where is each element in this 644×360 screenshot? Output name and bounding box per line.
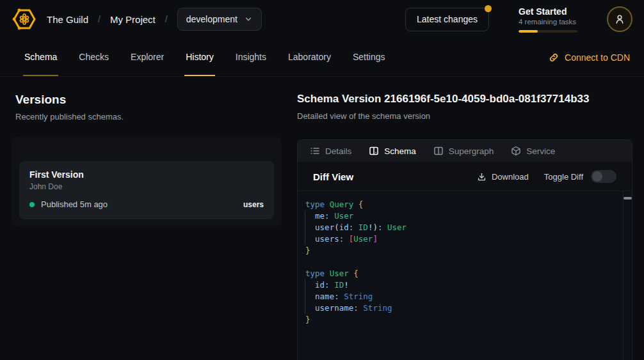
sdl-code-viewer[interactable]: type Query { me: User user(id: ID!): Use… bbox=[298, 191, 632, 360]
tab-details[interactable]: Details bbox=[310, 146, 351, 156]
columns-icon bbox=[433, 146, 444, 156]
connect-to-cdn-label: Connect to CDN bbox=[565, 52, 630, 63]
diff-view-title: Diff View bbox=[313, 171, 353, 182]
download-icon bbox=[477, 172, 487, 182]
code-line: user(id: ID!): User bbox=[305, 222, 615, 233]
nav-tab-settings[interactable]: Settings bbox=[351, 38, 387, 76]
diff-view-header: Diff View Download Toggle Diff bbox=[298, 162, 632, 191]
toggle-diff-knob bbox=[592, 171, 602, 182]
service-badge: users bbox=[243, 200, 264, 209]
nav-tab-history[interactable]: History bbox=[184, 38, 215, 76]
code-line: type Query { bbox=[305, 199, 615, 210]
get-started-progressbar bbox=[519, 30, 577, 33]
version-author: John Doe bbox=[29, 182, 264, 191]
tab-service-label: Service bbox=[526, 146, 555, 156]
person-icon bbox=[614, 13, 625, 25]
target-nav: Schema Checks Explorer History Insights … bbox=[0, 38, 644, 77]
environment-dropdown[interactable]: development bbox=[177, 8, 262, 31]
breadcrumb-separator: / bbox=[98, 14, 101, 24]
breadcrumb-org[interactable]: The Guild bbox=[47, 14, 88, 25]
get-started-title: Get Started bbox=[519, 6, 577, 17]
version-status: Published 5m ago bbox=[41, 200, 108, 209]
get-started-progress-fill bbox=[519, 30, 538, 33]
top-header: The Guild / My Project / development Lat… bbox=[0, 0, 644, 38]
nav-tab-checks[interactable]: Checks bbox=[77, 38, 110, 76]
connect-to-cdn-button[interactable]: Connect to CDN bbox=[549, 38, 630, 76]
latest-changes-label: Latest changes bbox=[417, 14, 478, 24]
version-name: First Version bbox=[29, 169, 264, 180]
published-status-dot bbox=[29, 202, 35, 207]
breadcrumb-separator: / bbox=[165, 14, 168, 24]
version-list-item[interactable]: First Version John Doe Published 5m ago … bbox=[19, 161, 274, 219]
toggle-diff-label: Toggle Diff bbox=[544, 172, 583, 182]
code-line: username: String bbox=[305, 302, 615, 314]
diff-view-actions: Download Toggle Diff bbox=[477, 170, 616, 183]
tab-schema-label: Schema bbox=[384, 146, 416, 156]
tab-supergraph[interactable]: Supergraph bbox=[433, 146, 494, 156]
code-scrollbar-thumb[interactable] bbox=[624, 197, 632, 200]
schema-version-subtitle: Detailed view of the schema version bbox=[297, 111, 632, 121]
get-started-subtitle: 4 remaining tasks bbox=[519, 18, 577, 26]
breadcrumb-project[interactable]: My Project bbox=[110, 14, 156, 25]
versions-header: Versions Recently published schemas. bbox=[15, 93, 282, 121]
nav-tab-schema[interactable]: Schema bbox=[23, 38, 58, 76]
cube-icon bbox=[511, 146, 521, 156]
versions-title: Versions bbox=[15, 93, 282, 107]
code-scrollbar-track bbox=[623, 191, 624, 360]
versions-subtitle: Recently published schemas. bbox=[15, 112, 282, 121]
nav-tab-laboratory[interactable]: Laboratory bbox=[287, 38, 332, 76]
columns-icon bbox=[369, 146, 379, 156]
hive-logo-icon[interactable] bbox=[12, 6, 37, 32]
download-button[interactable]: Download bbox=[477, 172, 529, 182]
schema-panel-tabs: Details Schema Supergraph bbox=[298, 140, 632, 162]
code-line: id: ID! bbox=[305, 279, 615, 291]
sdl-code: type Query { me: User user(id: ID!): Use… bbox=[305, 199, 615, 325]
tab-service[interactable]: Service bbox=[511, 146, 555, 156]
latest-changes-button[interactable]: Latest changes bbox=[405, 8, 489, 31]
toggle-diff-group: Toggle Diff bbox=[544, 170, 616, 183]
tab-details-label: Details bbox=[325, 146, 351, 156]
code-line: } bbox=[305, 314, 615, 325]
nav-tab-insights[interactable]: Insights bbox=[234, 38, 268, 76]
schema-version-header: Schema Version 2166196f-5e10-4059-bd0a-0… bbox=[297, 93, 632, 121]
user-avatar[interactable] bbox=[607, 6, 632, 32]
code-line: name: String bbox=[305, 291, 615, 302]
list-icon bbox=[310, 146, 320, 156]
breadcrumb: The Guild / My Project / development bbox=[12, 6, 262, 32]
versions-list-card: First Version John Doe Published 5m ago … bbox=[12, 136, 282, 227]
nav-tab-explorer[interactable]: Explorer bbox=[129, 38, 165, 76]
version-meta-row: Published 5m ago users bbox=[29, 200, 264, 209]
code-line bbox=[305, 256, 615, 268]
schema-version-panel: Details Schema Supergraph bbox=[297, 139, 632, 360]
download-label: Download bbox=[492, 172, 529, 182]
notification-dot bbox=[485, 5, 492, 12]
schema-version-title: Schema Version 2166196f-5e10-4059-bd0a-0… bbox=[297, 93, 632, 106]
code-line: } bbox=[305, 245, 615, 256]
get-started-widget[interactable]: Get Started 4 remaining tasks bbox=[519, 6, 577, 33]
code-line: type User { bbox=[305, 268, 615, 279]
environment-dropdown-value: development bbox=[186, 14, 237, 24]
chevron-down-icon bbox=[244, 15, 253, 24]
code-line: me: User bbox=[305, 210, 615, 222]
header-actions: Latest changes Get Started 4 remaining t… bbox=[405, 6, 632, 33]
tab-supergraph-label: Supergraph bbox=[449, 146, 494, 156]
tab-schema[interactable]: Schema bbox=[369, 146, 416, 156]
code-line: users: [User] bbox=[305, 233, 615, 245]
link-icon bbox=[549, 52, 559, 63]
toggle-diff-switch[interactable] bbox=[591, 170, 616, 183]
